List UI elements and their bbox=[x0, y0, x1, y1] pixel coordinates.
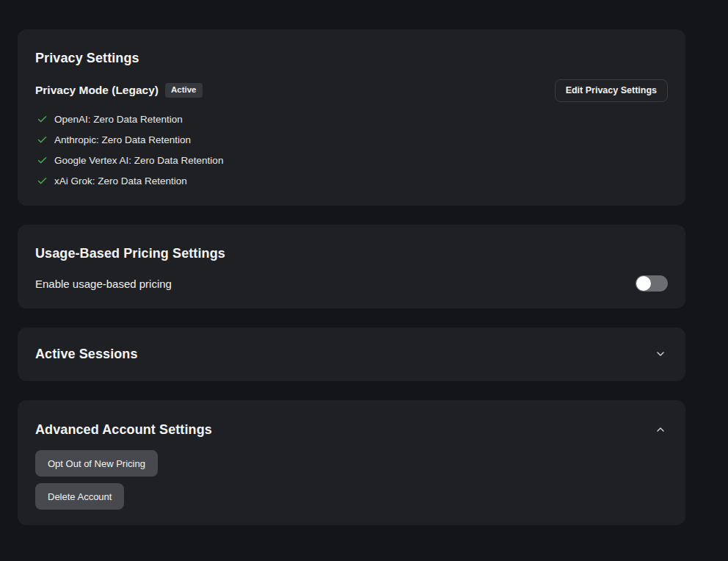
usage-pricing-card: Usage-Based Pricing Settings Enable usag… bbox=[18, 225, 685, 308]
privacy-mode-group: Privacy Mode (Legacy) Active bbox=[35, 83, 203, 98]
settings-page: Privacy Settings Privacy Mode (Legacy) A… bbox=[0, 0, 728, 561]
advanced-settings-card: Advanced Account Settings Opt Out of New… bbox=[18, 400, 685, 525]
toggle-knob bbox=[636, 276, 651, 291]
retention-item-label: Google Vertex AI: Zero Data Retention bbox=[54, 155, 223, 166]
retention-item-label: Anthropic: Zero Data Retention bbox=[54, 134, 191, 145]
active-sessions-card: Active Sessions bbox=[18, 327, 685, 381]
edit-privacy-settings-button[interactable]: Edit Privacy Settings bbox=[555, 79, 668, 102]
list-item: xAi Grok: Zero Data Retention bbox=[37, 175, 668, 187]
advanced-settings-title: Advanced Account Settings bbox=[35, 421, 212, 438]
chevron-down-icon[interactable] bbox=[655, 348, 666, 360]
list-item: Google Vertex AI: Zero Data Retention bbox=[37, 155, 668, 166]
chevron-up-icon[interactable] bbox=[655, 424, 666, 435]
active-sessions-title: Active Sessions bbox=[35, 346, 138, 362]
retention-list: OpenAI: Zero Data Retention Anthropic: Z… bbox=[35, 114, 668, 187]
opt-out-new-pricing-button[interactable]: Opt Out of New Pricing bbox=[35, 450, 158, 477]
delete-account-button[interactable]: Delete Account bbox=[35, 483, 124, 510]
active-sessions-header[interactable]: Active Sessions bbox=[35, 346, 668, 362]
usage-pricing-toggle-label: Enable usage-based pricing bbox=[35, 278, 172, 290]
privacy-settings-card: Privacy Settings Privacy Mode (Legacy) A… bbox=[18, 29, 685, 206]
usage-pricing-row: Enable usage-based pricing bbox=[35, 275, 668, 292]
usage-pricing-title: Usage-Based Pricing Settings bbox=[35, 245, 668, 261]
check-icon bbox=[37, 175, 48, 187]
advanced-settings-header[interactable]: Advanced Account Settings bbox=[35, 421, 668, 438]
privacy-settings-title: Privacy Settings bbox=[35, 50, 668, 66]
privacy-mode-row: Privacy Mode (Legacy) Active Edit Privac… bbox=[35, 79, 668, 101]
retention-item-label: OpenAI: Zero Data Retention bbox=[54, 114, 183, 125]
list-item: Anthropic: Zero Data Retention bbox=[37, 134, 668, 145]
check-icon bbox=[37, 155, 48, 166]
check-icon bbox=[37, 134, 48, 145]
settings-content: Privacy Settings Privacy Mode (Legacy) A… bbox=[0, 0, 728, 525]
status-badge: Active bbox=[165, 83, 203, 98]
retention-item-label: xAi Grok: Zero Data Retention bbox=[54, 175, 187, 187]
check-icon bbox=[37, 114, 48, 125]
list-item: OpenAI: Zero Data Retention bbox=[37, 114, 668, 125]
privacy-mode-label: Privacy Mode (Legacy) bbox=[35, 84, 159, 97]
usage-pricing-toggle[interactable] bbox=[636, 275, 668, 292]
